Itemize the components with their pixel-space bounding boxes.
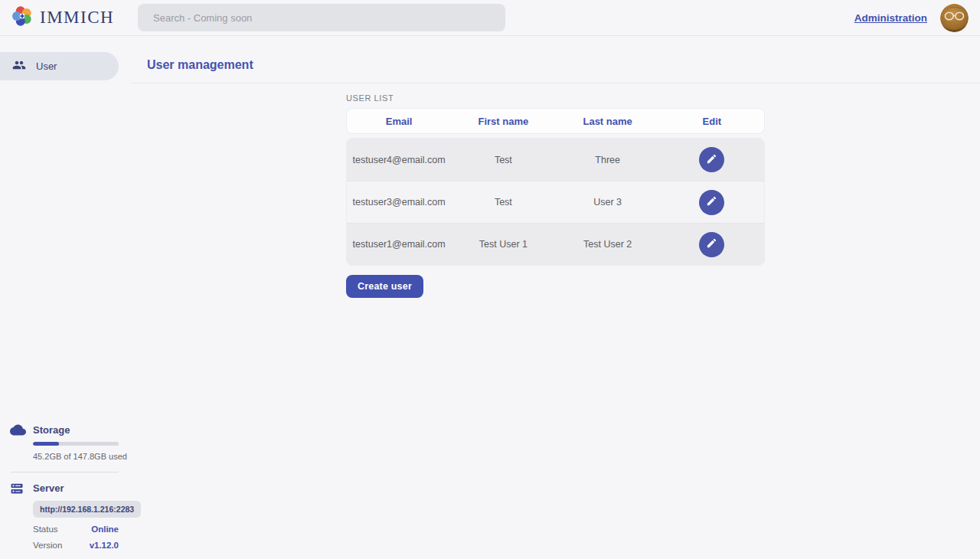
status-label: Status bbox=[33, 525, 58, 534]
pencil-icon bbox=[706, 153, 717, 167]
pencil-icon bbox=[706, 195, 717, 209]
immich-logo[interactable]: IMMICH bbox=[11, 5, 114, 30]
server-section: Server http://192.168.1.216:2283 Status … bbox=[0, 482, 131, 550]
cell-email: testuser3@email.com bbox=[347, 197, 451, 208]
sidebar-divider bbox=[11, 472, 119, 472]
storage-title: Storage bbox=[33, 424, 131, 436]
sidebar-item-user[interactable]: User bbox=[0, 52, 119, 80]
cell-first-name: Test User 1 bbox=[451, 239, 555, 250]
cell-last-name: Test User 2 bbox=[556, 239, 660, 250]
edit-user-button[interactable] bbox=[699, 190, 724, 215]
cell-email: testuser4@email.com bbox=[347, 155, 451, 165]
user-table: Email First name Last name Edit testuser… bbox=[346, 108, 765, 266]
sidebar: User Storage 45.2GB of 147.8GB used bbox=[0, 36, 131, 559]
storage-section: Storage 45.2GB of 147.8GB used bbox=[0, 424, 131, 461]
cell-last-name: Three bbox=[556, 155, 660, 165]
cell-last-name: User 3 bbox=[556, 197, 660, 208]
user-list-panel: USER LIST Email First name Last name Edi… bbox=[131, 83, 980, 298]
column-header-last-name: Last name bbox=[556, 116, 660, 127]
server-title: Server bbox=[33, 482, 131, 494]
cell-email: testuser1@email.com bbox=[347, 239, 451, 250]
user-avatar[interactable] bbox=[940, 4, 969, 32]
column-header-edit: Edit bbox=[660, 116, 764, 127]
sidebar-item-user-label: User bbox=[36, 60, 57, 72]
administration-link[interactable]: Administration bbox=[854, 12, 927, 24]
page-title: User management bbox=[131, 36, 980, 72]
topbar-right: Administration bbox=[854, 0, 969, 36]
cell-first-name: Test bbox=[451, 155, 555, 165]
user-table-header: Email First name Last name Edit bbox=[346, 108, 765, 134]
storage-progress-fill bbox=[33, 442, 59, 446]
server-icon bbox=[10, 482, 24, 499]
pencil-icon bbox=[706, 237, 717, 251]
sidebar-bottom: Storage 45.2GB of 147.8GB used Server h bbox=[0, 424, 131, 550]
storage-usage-caption: 45.2GB of 147.8GB used bbox=[33, 452, 131, 461]
server-version-row: Version v1.12.0 bbox=[33, 541, 119, 550]
column-header-first-name: First name bbox=[451, 116, 555, 127]
edit-user-button[interactable] bbox=[699, 232, 724, 257]
create-user-button[interactable]: Create user bbox=[346, 275, 423, 298]
immich-flower-icon bbox=[11, 5, 33, 30]
topbar: IMMICH Administration bbox=[0, 0, 980, 36]
edit-user-button[interactable] bbox=[699, 147, 724, 172]
table-row: testuser3@email.com Test User 3 bbox=[347, 181, 764, 223]
search-input[interactable] bbox=[138, 4, 505, 31]
version-value: v1.12.0 bbox=[90, 541, 119, 550]
user-table-body: testuser4@email.com Test Three bbox=[346, 138, 765, 266]
table-row: testuser4@email.com Test Three bbox=[347, 139, 764, 181]
storage-progress-track bbox=[33, 442, 119, 446]
cloud-icon bbox=[10, 423, 26, 439]
logo-wordmark: IMMICH bbox=[40, 8, 114, 28]
server-status-row: Status Online bbox=[33, 525, 119, 534]
user-list-label: USER LIST bbox=[346, 93, 980, 103]
server-url-chip: http://192.168.1.216:2283 bbox=[33, 501, 141, 518]
version-label: Version bbox=[33, 541, 62, 550]
table-row: testuser1@email.com Test User 1 Test Use… bbox=[347, 223, 764, 265]
main-content: User management USER LIST Email First na… bbox=[131, 36, 980, 559]
status-value: Online bbox=[91, 525, 119, 534]
people-icon bbox=[12, 58, 26, 75]
cell-first-name: Test bbox=[451, 197, 555, 208]
column-header-email: Email bbox=[347, 116, 451, 127]
